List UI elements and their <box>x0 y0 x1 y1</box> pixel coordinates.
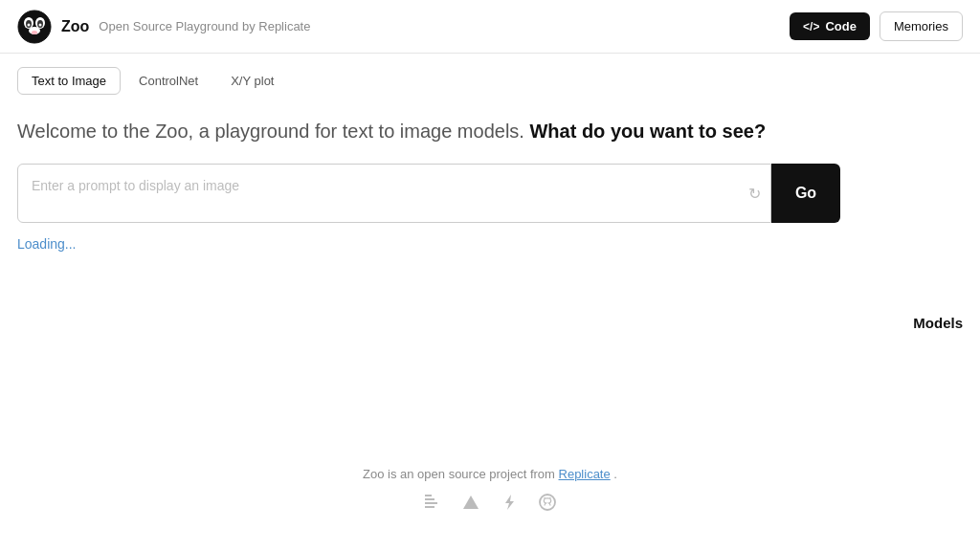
zoo-logo-icon <box>17 10 52 44</box>
footer-text-suffix: . <box>613 467 617 481</box>
replicate-footer-icon[interactable] <box>423 493 442 517</box>
prompt-wrapper: ↻ <box>17 164 771 223</box>
tab-text-to-image[interactable]: Text to Image <box>17 67 121 95</box>
prompt-row: ↻ Go <box>17 164 840 223</box>
loading-indicator: Loading... <box>17 236 963 252</box>
app-name: Zoo <box>61 18 89 35</box>
bolt-footer-icon[interactable] <box>500 493 519 517</box>
footer-description: Zoo is an open source project from Repli… <box>363 467 617 481</box>
main-content: Welcome to the Zoo, a playground for tex… <box>0 95 980 252</box>
footer: Zoo is an open source project from Repli… <box>0 467 980 517</box>
memories-button[interactable]: Memories <box>880 11 963 41</box>
code-button[interactable]: </> Code <box>790 12 870 40</box>
models-area: Models <box>913 315 963 332</box>
svg-point-15 <box>540 495 555 510</box>
code-button-label: Code <box>825 19 857 33</box>
svg-rect-12 <box>425 506 434 508</box>
up-arrow-footer-icon[interactable] <box>461 493 480 517</box>
svg-rect-9 <box>425 495 432 496</box>
svg-rect-10 <box>425 498 434 500</box>
prompt-input[interactable] <box>18 165 770 218</box>
header-left: Zoo Open Source Playground by Replicate <box>17 10 310 44</box>
tabs-container: Text to Image ControlNet X/Y plot <box>0 54 980 95</box>
header: Zoo Open Source Playground by Replicate … <box>0 0 980 54</box>
svg-point-6 <box>39 23 42 26</box>
svg-point-5 <box>28 23 31 26</box>
footer-text-normal: Zoo is an open source project from <box>363 467 559 481</box>
github-footer-icon[interactable] <box>538 493 557 517</box>
tab-xy-plot[interactable]: X/Y plot <box>216 67 288 95</box>
footer-icons <box>423 493 557 517</box>
welcome-message: Welcome to the Zoo, a playground for tex… <box>17 118 963 144</box>
app-tagline: Open Source Playground by Replicate <box>99 19 310 33</box>
tab-controlnet[interactable]: ControlNet <box>124 67 212 95</box>
refresh-icon[interactable]: ↻ <box>748 185 761 203</box>
welcome-cta: What do you want to see? <box>529 121 766 142</box>
svg-marker-13 <box>463 496 479 509</box>
svg-point-8 <box>32 31 37 34</box>
svg-rect-11 <box>425 502 437 504</box>
header-right: </> Code Memories <box>790 11 963 41</box>
go-button[interactable]: Go <box>771 164 840 223</box>
code-icon: </> <box>803 20 819 33</box>
svg-marker-14 <box>505 495 514 510</box>
models-label: Models <box>913 315 963 331</box>
replicate-link[interactable]: Replicate <box>559 467 611 481</box>
